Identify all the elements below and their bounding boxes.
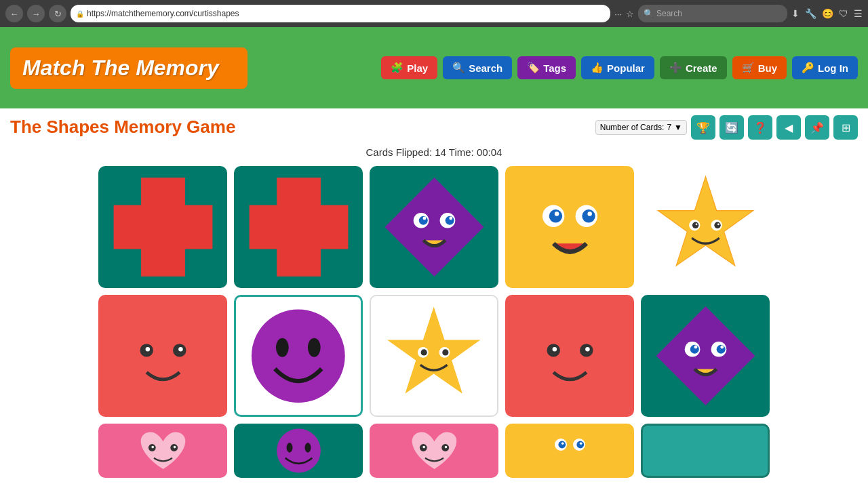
svg-point-16 [587, 211, 591, 216]
grid-button[interactable]: ⊞ [833, 115, 858, 140]
trophy-button[interactable]: 🏆 [691, 115, 715, 140]
download-icon[interactable]: ⬇ [791, 8, 800, 19]
card-7[interactable] [234, 295, 363, 417]
game-toolbar: Number of Cards: 7 ▼ 🏆 🔄 ❓ ◀ 📌 ⊞ [595, 115, 858, 140]
svg-marker-4 [384, 178, 484, 277]
svg-marker-17 [658, 177, 753, 266]
card-5[interactable] [641, 166, 770, 288]
card-8[interactable] [370, 295, 498, 417]
svg-point-36 [443, 349, 449, 355]
svg-point-23 [717, 224, 719, 226]
svg-point-30 [276, 338, 289, 357]
svg-point-15 [554, 211, 558, 216]
popular-button[interactable]: 👍 Popular [581, 56, 654, 79]
address-bar[interactable]: 🔒 https://matchthememory.com/curtisshape… [71, 5, 610, 22]
back-button[interactable]: ← [5, 5, 23, 22]
svg-point-35 [421, 349, 427, 355]
card-3[interactable] [370, 166, 498, 288]
nav-buttons: 🧩 Play 🔍 Search 🏷️ Tags 👍 Popular ➕ Crea… [381, 56, 858, 79]
svg-point-10 [449, 217, 452, 220]
svg-point-20 [692, 222, 698, 228]
svg-point-55 [304, 443, 311, 452]
profile-icon[interactable]: 😊 [822, 8, 833, 19]
svg-point-53 [277, 429, 321, 473]
url-text: https://matchthememory.com/curtisshapes [87, 9, 239, 18]
card-4[interactable] [505, 166, 634, 288]
more-icon[interactable]: ··· [614, 9, 622, 19]
site-header: Match The Memory 🧩 Play 🔍 Search 🏷️ Tags… [0, 27, 868, 108]
card-6[interactable] [98, 295, 227, 417]
svg-point-28 [178, 347, 182, 351]
search-label: Search [656, 9, 682, 18]
card-9[interactable] [505, 295, 634, 417]
extensions-icon[interactable]: 🔧 [805, 8, 816, 19]
num-cards-selector[interactable]: Number of Cards: 7 ▼ [595, 120, 687, 135]
svg-point-13 [549, 209, 561, 222]
forward-button[interactable]: → [27, 5, 45, 22]
refresh-button[interactable]: ↻ [49, 5, 66, 22]
svg-point-29 [252, 309, 345, 403]
search-button[interactable]: 🔍 Search [443, 56, 512, 79]
lock-icon: 🔒 [76, 10, 84, 18]
svg-point-51 [151, 446, 154, 449]
chevron-icon: ▼ [674, 123, 682, 132]
svg-rect-37 [524, 310, 616, 402]
card-13[interactable] [370, 424, 498, 478]
svg-point-27 [145, 347, 149, 351]
browser-extra-icons: ⬇ 🔧 😊 🛡 ☰ [791, 8, 863, 19]
game-stats: Cards Flipped: 14 Time: 00:04 [10, 146, 858, 158]
tags-button[interactable]: 🏷️ Tags [517, 56, 576, 79]
svg-point-40 [552, 347, 556, 351]
svg-point-9 [422, 217, 426, 220]
menu-icon[interactable]: ☰ [854, 8, 863, 19]
shield-icon: 🛡 [839, 8, 848, 19]
back-button[interactable]: ◀ [776, 115, 801, 140]
search-icon: 🔍 [644, 9, 654, 18]
pin-button[interactable]: 📌 [805, 115, 829, 140]
svg-point-58 [422, 446, 425, 449]
play-button[interactable]: 🧩 Play [381, 56, 437, 79]
card-10[interactable] [641, 295, 770, 417]
browser-toolbar: ··· ☆ [614, 9, 634, 19]
card-11[interactable] [98, 424, 227, 478]
browser-search-box[interactable]: 🔍 Search [638, 5, 787, 22]
svg-point-31 [308, 338, 321, 357]
num-cards-label: Number of Cards: [600, 123, 665, 132]
bookmark-icon[interactable]: ☆ [626, 9, 634, 19]
svg-point-59 [444, 446, 447, 449]
svg-point-22 [695, 224, 697, 226]
logo: Match The Memory [10, 47, 248, 89]
game-title: The Shapes Memory Game [10, 117, 235, 138]
game-area: The Shapes Memory Game Number of Cards: … [0, 108, 868, 488]
login-button[interactable]: 🔑 Log In [792, 56, 858, 79]
svg-rect-3 [249, 205, 348, 249]
svg-point-65 [579, 442, 582, 445]
card-14[interactable] [505, 424, 634, 478]
svg-marker-42 [656, 306, 755, 405]
num-cards-value: 7 [667, 123, 671, 132]
svg-point-41 [585, 347, 589, 351]
svg-point-21 [714, 222, 720, 228]
svg-rect-24 [117, 310, 209, 402]
browser-bar: ← → ↻ 🔒 https://matchthememory.com/curti… [0, 0, 868, 27]
svg-point-47 [694, 346, 697, 349]
svg-point-54 [286, 443, 292, 452]
svg-marker-32 [387, 306, 480, 393]
create-button[interactable]: ➕ Create [660, 56, 727, 79]
card-15[interactable] [641, 424, 770, 478]
svg-point-63 [576, 441, 584, 449]
cards-grid [10, 166, 858, 488]
svg-rect-1 [113, 205, 212, 249]
svg-point-52 [173, 446, 176, 449]
help-button[interactable]: ❓ [748, 115, 772, 140]
svg-point-14 [582, 209, 595, 222]
refresh-button[interactable]: 🔄 [719, 115, 744, 140]
card-1[interactable] [98, 166, 227, 288]
card-2[interactable] [234, 166, 363, 288]
svg-point-64 [561, 442, 564, 445]
svg-point-62 [558, 441, 566, 449]
buy-button[interactable]: 🛒 Buy [732, 56, 787, 79]
svg-point-48 [720, 346, 724, 349]
card-12[interactable] [234, 424, 363, 478]
